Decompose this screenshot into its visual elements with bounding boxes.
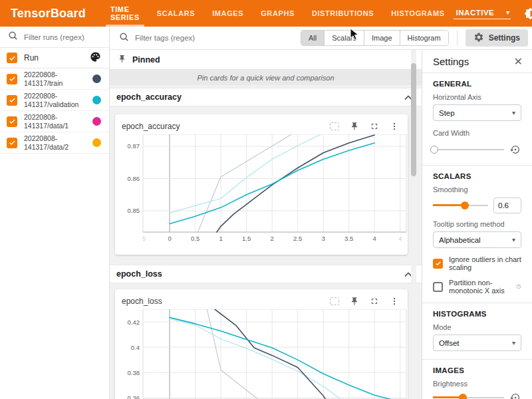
select-area-icon[interactable] — [329, 295, 340, 307]
settings-panel-title: Settings — [433, 56, 514, 67]
close-icon[interactable]: ✕ — [514, 57, 523, 67]
filter-all-button[interactable]: All — [301, 31, 325, 45]
tab-time-series[interactable]: TIME SERIES — [102, 0, 148, 27]
vertical-scrollbar[interactable] — [411, 50, 416, 399]
histogram-mode-select[interactable]: Offset ▾ — [433, 334, 521, 351]
header-actions: INACTIVE ▾ ? — [454, 0, 532, 27]
run-checkbox[interactable] — [7, 116, 17, 127]
gear-icon — [473, 32, 484, 45]
tooltip-sorting-label: Tooltip sorting method — [433, 220, 521, 228]
more-options-icon[interactable] — [388, 120, 400, 132]
brightness-slider[interactable] — [433, 393, 504, 399]
run-checkbox[interactable] — [7, 138, 17, 148]
smoothing-value-input[interactable] — [493, 198, 521, 213]
scalar-card-epoch-accuracy: epoch_accuracy 0.870.860.8500.511.522.53… — [115, 114, 408, 255]
svg-text:0.36: 0.36 — [128, 394, 140, 399]
tab-scalars[interactable]: SCALARS — [148, 0, 203, 27]
run-name: 20220808-141317/data/1 — [24, 113, 86, 130]
app-title: TensorBoard — [0, 0, 102, 27]
horizontal-axis-select[interactable]: Step ▾ — [433, 104, 521, 121]
svg-text:0.5: 0.5 — [191, 235, 200, 242]
reset-icon[interactable] — [509, 144, 521, 156]
run-row-validation[interactable]: 20220808-141317/validation — [0, 90, 109, 111]
settings-button[interactable]: Settings — [466, 29, 528, 47]
svg-text:0.86: 0.86 — [128, 175, 140, 182]
run-checkbox[interactable] — [7, 74, 17, 84]
smoothing-label: Smoothing — [433, 186, 521, 194]
svg-text:2.5: 2.5 — [293, 235, 302, 242]
palette-icon[interactable] — [90, 51, 101, 65]
svg-text:3: 3 — [322, 235, 325, 242]
fullscreen-icon[interactable] — [368, 120, 380, 132]
run-name: 20220808-141317/train — [24, 70, 86, 87]
svg-text:1: 1 — [219, 235, 222, 242]
filter-tags-input[interactable] — [135, 34, 268, 42]
partition-x-axis-row[interactable]: Partition non-monotonic X axis ? — [433, 279, 521, 295]
filter-histogram-button[interactable]: Histogram — [400, 31, 448, 45]
partition-x-axis-checkbox[interactable] — [433, 282, 443, 292]
tab-distributions[interactable]: DISTRIBUTIONS — [303, 0, 382, 27]
more-options-icon[interactable] — [388, 295, 400, 307]
run-list-header: Run — [0, 48, 109, 68]
smoothing-slider[interactable] — [433, 201, 488, 210]
tooltip-sorting-select[interactable]: Alphabetical ▾ — [433, 231, 521, 248]
section-header-epoch-accuracy[interactable]: epoch_accuracy — [110, 88, 422, 106]
tab-graphs[interactable]: GRAPHS — [252, 0, 303, 27]
epoch-loss-chart[interactable]: 0.420.40.380.36 — [115, 309, 408, 399]
brightness-toggle-icon[interactable] — [522, 5, 532, 21]
reload-status-select[interactable]: INACTIVE ▾ — [454, 7, 511, 19]
run-name: 20220808-141317/validation — [24, 92, 86, 108]
toolbar-divider — [457, 31, 458, 45]
help-icon: ? — [516, 283, 521, 291]
card-actions — [329, 295, 401, 307]
run-row-train[interactable]: 20220808-141317/train — [0, 68, 109, 90]
filter-runs-input[interactable] — [24, 33, 102, 41]
pin-icon[interactable] — [348, 295, 360, 307]
svg-text:2: 2 — [270, 235, 273, 242]
svg-text:1.5: 1.5 — [242, 235, 251, 242]
settings-section-general: GENERAL Horizontal Axis Step ▾ Card Widt… — [422, 73, 532, 166]
search-icon — [119, 32, 129, 45]
section-heading: GENERAL — [433, 80, 521, 88]
card-actions — [329, 120, 401, 132]
slider-knob[interactable] — [461, 201, 469, 209]
settings-section-scalars: SCALARS Smoothing Tooltip sorting method… — [422, 166, 532, 303]
section-header-epoch-loss[interactable]: epoch_loss — [110, 265, 422, 283]
scrollbar-thumb[interactable] — [411, 63, 416, 176]
select-all-runs-checkbox[interactable] — [7, 53, 17, 63]
filter-image-button[interactable]: Image — [364, 31, 400, 45]
run-checkbox[interactable] — [7, 95, 17, 106]
run-color-dot — [92, 96, 101, 104]
filter-tags-row — [110, 32, 301, 45]
pin-icon — [118, 54, 126, 66]
checkbox-label: Ignore outliers in chart scaling — [449, 255, 521, 271]
slider-knob[interactable] — [459, 394, 467, 399]
settings-button-label: Settings — [489, 33, 520, 43]
pinned-title: Pinned — [132, 55, 160, 65]
tab-images[interactable]: IMAGES — [203, 0, 252, 27]
settings-panel-header: Settings ✕ — [422, 50, 532, 73]
run-color-dot — [92, 138, 101, 147]
select-area-icon[interactable] — [329, 120, 340, 132]
slider-knob[interactable] — [430, 146, 438, 154]
chevron-down-icon: ▾ — [512, 340, 515, 346]
cards-scroll-area: Pinned Pin cards for a quick view and co… — [110, 50, 422, 399]
run-row-data-2[interactable]: 20220808-141317/data/2 — [0, 132, 109, 154]
horizontal-axis-label: Horizontal Axis — [433, 93, 521, 101]
epoch-accuracy-chart[interactable]: 0.870.860.8500.511.522.533.5454 — [115, 134, 408, 247]
pin-icon[interactable] — [348, 120, 360, 132]
section-heading: SCALARS — [433, 172, 521, 180]
ignore-outliers-checkbox[interactable] — [433, 259, 443, 269]
scalar-card-epoch-loss: epoch_loss 0.420.40.380.36 — [115, 289, 408, 399]
mode-label: Mode — [433, 323, 521, 331]
tab-histograms[interactable]: HISTOGRAMS — [382, 0, 453, 27]
reset-icon[interactable] — [509, 392, 521, 399]
fullscreen-icon[interactable] — [368, 295, 380, 307]
run-row-data-1[interactable]: 20220808-141317/data/1 — [0, 111, 109, 132]
chevron-down-icon: ▾ — [512, 110, 515, 116]
ignore-outliers-row[interactable]: Ignore outliers in chart scaling — [433, 255, 521, 271]
card-width-label: Card Width — [433, 129, 521, 137]
filter-scalars-button[interactable]: Scalars — [325, 31, 364, 45]
card-width-slider[interactable] — [433, 145, 504, 154]
card-title: epoch_loss — [122, 297, 329, 306]
